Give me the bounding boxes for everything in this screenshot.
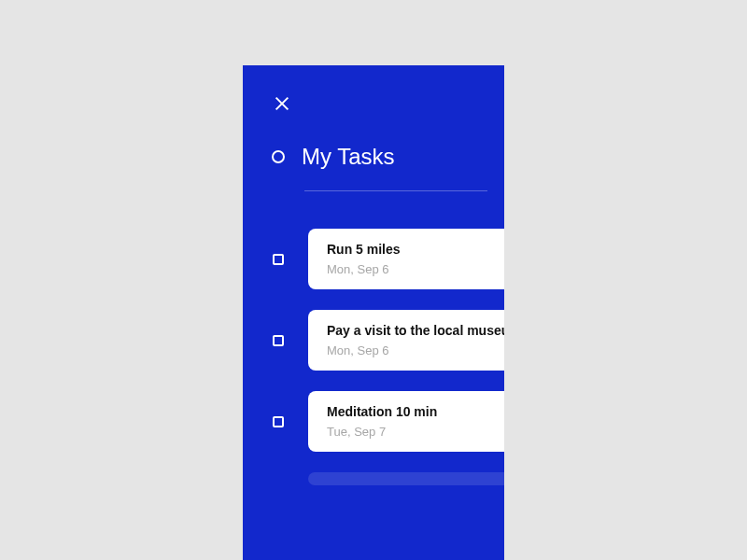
task-checkbox[interactable] bbox=[273, 335, 284, 346]
task-row bbox=[271, 472, 487, 485]
task-card[interactable]: Run 5 miles Mon, Sep 6 bbox=[308, 229, 504, 289]
task-checkbox[interactable] bbox=[273, 416, 284, 427]
close-icon[interactable] bbox=[274, 95, 290, 112]
tasks-panel: My Tasks Run 5 miles Mon, Sep 6 Pay a vi… bbox=[243, 65, 504, 560]
task-row: Meditation 10 min Tue, Sep 7 bbox=[271, 391, 487, 452]
task-card-partial bbox=[308, 472, 504, 485]
task-list: Run 5 miles Mon, Sep 6 Pay a visit to th… bbox=[271, 229, 487, 485]
task-row: Run 5 miles Mon, Sep 6 bbox=[271, 229, 487, 289]
panel-title: My Tasks bbox=[302, 144, 395, 170]
task-row: Pay a visit to the local museum Mon, Sep… bbox=[271, 310, 487, 371]
task-date: Mon, Sep 6 bbox=[327, 262, 487, 276]
task-title: Meditation 10 min bbox=[327, 404, 487, 419]
panel-title-row: My Tasks bbox=[271, 144, 487, 170]
circle-icon bbox=[272, 150, 285, 163]
task-date: Mon, Sep 6 bbox=[327, 343, 487, 357]
task-title: Pay a visit to the local museum bbox=[327, 323, 487, 338]
task-checkbox[interactable] bbox=[273, 254, 284, 265]
task-date: Tue, Sep 7 bbox=[327, 425, 487, 439]
divider bbox=[304, 190, 487, 191]
task-card[interactable]: Pay a visit to the local museum Mon, Sep… bbox=[308, 310, 504, 371]
task-title: Run 5 miles bbox=[327, 242, 487, 257]
task-card[interactable]: Meditation 10 min Tue, Sep 7 bbox=[308, 391, 504, 452]
